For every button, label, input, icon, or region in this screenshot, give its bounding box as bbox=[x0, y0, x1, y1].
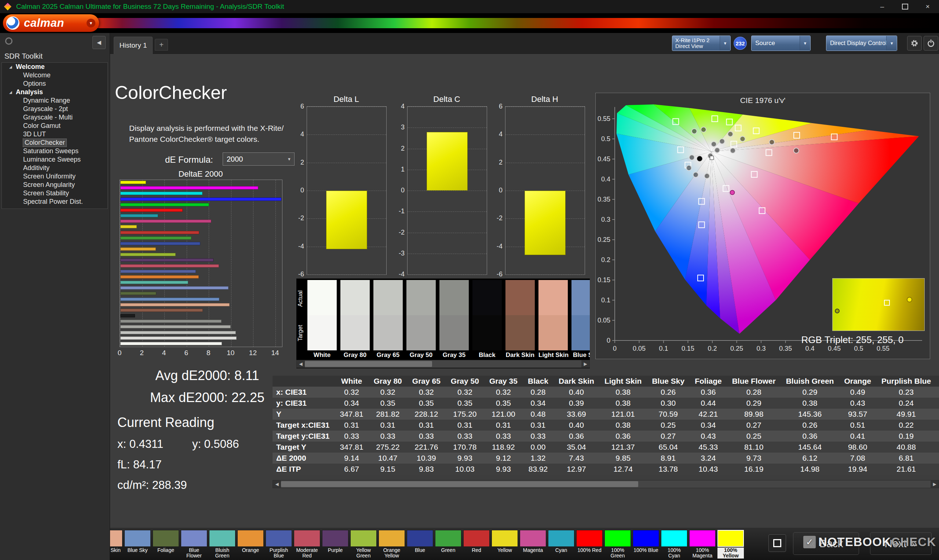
svg-text:0.5: 0.5 bbox=[601, 135, 611, 143]
patch-100-red[interactable]: 100% Red bbox=[576, 530, 603, 558]
table-cell: 0.33 bbox=[523, 431, 554, 442]
patch-orange-yellow[interactable]: Orange Yellow bbox=[379, 530, 405, 558]
scroll-left-icon[interactable]: ◀ bbox=[273, 480, 281, 488]
patch-blue-sky[interactable]: Blue Sky bbox=[124, 530, 151, 558]
patch-label: Blue Flower bbox=[181, 548, 207, 558]
close-icon[interactable]: × bbox=[916, 0, 939, 13]
sidebar-item-luminance-sweeps[interactable]: Luminance Sweeps bbox=[2, 155, 108, 164]
table-cell: 145.64 bbox=[781, 442, 839, 452]
power-button[interactable] bbox=[924, 36, 938, 51]
sidebar-item-welcome[interactable]: Welcome bbox=[2, 71, 108, 80]
patch-100-magenta[interactable]: 100% Magenta bbox=[689, 530, 715, 558]
table-cell: 21.61 bbox=[876, 464, 936, 475]
table-scrollbar[interactable]: ◀ ▶ bbox=[273, 480, 939, 488]
sidebar-collapse-button[interactable]: ◀ bbox=[93, 36, 106, 49]
sidebar-item-screen-uniformity[interactable]: Screen Uniformity bbox=[2, 172, 108, 181]
patch-100-blue[interactable]: 100% Blue bbox=[633, 530, 659, 558]
scroll-right-icon[interactable]: ▶ bbox=[581, 360, 589, 368]
sidebar-item-options[interactable]: Options bbox=[2, 80, 108, 88]
reading-y: y: 0.5086 bbox=[192, 438, 239, 451]
sidebar-item-grayscale-multi[interactable]: Grayscale - Multi bbox=[2, 113, 108, 122]
patch-yellow[interactable]: Yellow bbox=[492, 530, 518, 558]
settings-button[interactable] bbox=[907, 36, 922, 51]
logo-menu-icon[interactable]: ▼ bbox=[86, 19, 96, 28]
sidebar-item-grayscale-2pt[interactable]: Grayscale - 2pt bbox=[2, 105, 108, 113]
table-cell: 0.38 bbox=[781, 398, 839, 409]
patch-100-cyan[interactable]: 100% Cyan bbox=[661, 530, 688, 558]
sidebar-item-colorchecker[interactable]: ColorChecker bbox=[2, 138, 108, 147]
table-cell: 0.33 bbox=[407, 431, 446, 442]
sidebar-target-icon[interactable] bbox=[5, 37, 12, 45]
patch-bluish-green[interactable]: Bluish Green bbox=[209, 530, 236, 558]
source-dropdown[interactable]: Source ▼ bbox=[751, 35, 811, 51]
patch-foliage[interactable]: Foliage bbox=[153, 530, 179, 558]
patch-swatch bbox=[407, 530, 433, 547]
sidebar-item-color-gamut[interactable]: Color Gamut bbox=[2, 122, 108, 130]
patch-light-skin[interactable]: Light Skin bbox=[110, 530, 122, 558]
sidebar-item-welcome[interactable]: ◢Welcome bbox=[2, 63, 108, 71]
sidebar-item-spectral-power-dist[interactable]: Spectral Power Dist. bbox=[2, 197, 108, 206]
sidebar-item-dynamic-range[interactable]: Dynamic Range bbox=[2, 96, 108, 105]
swatch-scroll-track[interactable] bbox=[305, 360, 581, 368]
patch-yellow-green[interactable]: Yellow Green bbox=[350, 530, 377, 558]
table-cell: 0.29 bbox=[727, 398, 781, 409]
patch-100-green[interactable]: 100% Green bbox=[604, 530, 631, 558]
table-cell: 0.32 bbox=[484, 387, 523, 398]
swatch-scrollbar[interactable]: ◀ ▶ bbox=[296, 360, 590, 368]
table-cell: 0.32 bbox=[407, 387, 446, 398]
sidebar-item-screen-angularity[interactable]: Screen Angularity bbox=[2, 181, 108, 189]
table-scroll-track[interactable] bbox=[281, 480, 931, 488]
sidebar-item-screen-stability[interactable]: Screen Stability bbox=[2, 189, 108, 197]
current-reading-block: Current Reading x: 0.4311 y: 0.5086 fL: … bbox=[117, 415, 239, 492]
maximize-icon[interactable] bbox=[894, 0, 916, 13]
patch-purple[interactable]: Purple bbox=[322, 530, 348, 558]
patch-orange[interactable]: Orange bbox=[237, 530, 264, 558]
patch-100-yellow[interactable]: 100% Yellow bbox=[717, 530, 744, 558]
patch-purplish-blue[interactable]: Purplish Blue bbox=[265, 530, 292, 558]
cie-diagram-panel: CIE 1976 u'v' 00.050.10.150.20.250.30.35… bbox=[595, 93, 930, 359]
sidebar-item-analysis[interactable]: ◢Analysis bbox=[2, 88, 108, 96]
sidebar-item-3d-lut[interactable]: 3D LUT bbox=[2, 130, 108, 138]
svg-text:0.1: 0.1 bbox=[601, 297, 611, 304]
expand-icon[interactable]: ◢ bbox=[9, 65, 16, 69]
table-cell: 0.31 bbox=[369, 420, 407, 431]
delta-c-chart: 43210-1-2-3-4 bbox=[407, 106, 487, 275]
svg-text:0.45: 0.45 bbox=[828, 345, 841, 352]
patch-blue-flower[interactable]: Blue Flower bbox=[181, 530, 207, 558]
de-formula-select[interactable]: 2000 ▼ bbox=[223, 152, 294, 166]
bar-bluish-green bbox=[120, 281, 188, 284]
meter-dropdown[interactable]: X-Rite i1Pro 2 Direct View ▼ bbox=[672, 35, 731, 51]
patch-swatch bbox=[604, 530, 631, 547]
measurement-table: WhiteGray 80Gray 65Gray 50Gray 35BlackDa… bbox=[273, 375, 939, 480]
column-header-orange: Orange bbox=[839, 375, 876, 387]
display-control-dropdown[interactable]: Direct Display Control ▼ bbox=[826, 35, 897, 51]
patch-red[interactable]: Red bbox=[463, 530, 490, 558]
patch-magenta[interactable]: Magenta bbox=[520, 530, 546, 558]
patch-green[interactable]: Green bbox=[435, 530, 461, 558]
scroll-left-icon[interactable]: ◀ bbox=[297, 360, 305, 368]
expand-icon[interactable]: ◢ bbox=[9, 90, 16, 94]
svg-text:0: 0 bbox=[613, 345, 617, 352]
sidebar-item-saturation-sweeps[interactable]: Saturation Sweeps bbox=[2, 147, 108, 155]
swatch-scroll-thumb[interactable] bbox=[305, 361, 432, 367]
minimize-icon[interactable]: – bbox=[871, 0, 894, 13]
pattern-window-button[interactable] bbox=[768, 534, 786, 552]
deltae-x-axis: 02468101214 bbox=[120, 349, 282, 358]
patch-cyan[interactable]: Cyan bbox=[548, 530, 574, 558]
patch-blue[interactable]: Blue bbox=[407, 530, 433, 558]
y-tick-label: -4 bbox=[392, 271, 405, 278]
table-cell: 8.91 bbox=[647, 452, 689, 464]
table-cell: 8.88 bbox=[936, 452, 939, 464]
table-cell: 10.47 bbox=[369, 452, 407, 464]
y-tick-label: 4 bbox=[490, 131, 503, 138]
column-header-blue-flower: Blue Flower bbox=[727, 375, 781, 387]
tab-history-1[interactable]: History 1 bbox=[114, 37, 153, 54]
patch-moderate-red[interactable]: Moderate Red bbox=[294, 530, 320, 558]
swatch-target bbox=[373, 315, 403, 350]
patch-swatch bbox=[153, 530, 179, 547]
table-scroll-thumb[interactable] bbox=[281, 481, 638, 487]
scroll-right-icon[interactable]: ▶ bbox=[931, 480, 939, 488]
table-cell: 0.35 bbox=[446, 398, 484, 409]
new-tab-button[interactable]: + bbox=[155, 39, 168, 51]
sidebar-item-additivity[interactable]: Additivity bbox=[2, 164, 108, 172]
